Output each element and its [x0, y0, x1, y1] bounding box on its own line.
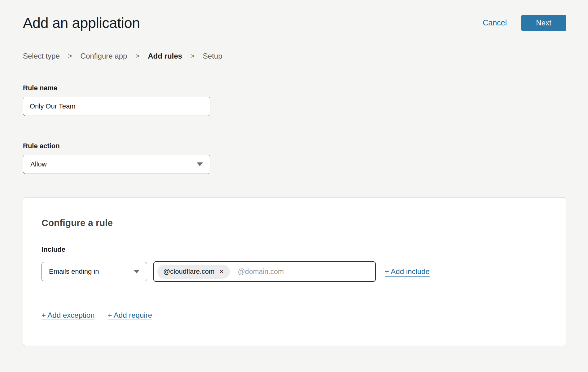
breadcrumb-separator: >: [135, 52, 139, 60]
configure-rule-card: Configure a rule Include Emails ending i…: [23, 197, 566, 346]
breadcrumb-step-select-type[interactable]: Select type: [23, 52, 60, 60]
page-title: Add an application: [23, 14, 140, 31]
header-actions: Cancel Next: [483, 15, 566, 31]
add-exception-link[interactable]: + Add exception: [42, 311, 94, 320]
rule-action-label: Rule action: [23, 142, 566, 150]
include-label: Include: [42, 246, 548, 254]
breadcrumb-separator: >: [191, 52, 195, 60]
card-title: Configure a rule: [42, 218, 548, 228]
add-include-link[interactable]: + Add include: [385, 267, 430, 276]
remove-tag-icon[interactable]: ✕: [219, 269, 224, 274]
next-button[interactable]: Next: [521, 15, 566, 31]
rule-action-selected-value: Allow: [30, 160, 47, 168]
page-header: Add an application Cancel Next: [23, 14, 566, 31]
breadcrumb: Select type > Configure app > Add rules …: [23, 52, 566, 60]
breadcrumb-step-configure-app[interactable]: Configure app: [81, 52, 127, 60]
include-row: Emails ending in @cloudflare.com ✕ + Add…: [42, 261, 548, 282]
chevron-down-icon: [197, 162, 203, 166]
breadcrumb-step-add-rules[interactable]: Add rules: [148, 52, 182, 60]
domain-entry-input[interactable]: [237, 267, 372, 276]
include-selector-value: Emails ending in: [49, 268, 99, 276]
breadcrumb-separator: >: [68, 52, 72, 60]
add-require-link[interactable]: + Add require: [108, 311, 152, 320]
rule-name-label: Rule name: [23, 84, 566, 92]
tag-chip: @cloudflare.com ✕: [157, 265, 230, 279]
rule-name-input[interactable]: [23, 97, 210, 116]
include-selector-select[interactable]: Emails ending in: [42, 262, 147, 281]
cancel-button[interactable]: Cancel: [483, 18, 507, 27]
rule-action-select[interactable]: Allow: [23, 155, 210, 174]
chevron-down-icon: [134, 270, 140, 273]
card-links: + Add exception + Add require: [42, 311, 548, 320]
include-values-input[interactable]: @cloudflare.com ✕: [153, 261, 376, 282]
breadcrumb-step-setup[interactable]: Setup: [203, 52, 222, 60]
tag-chip-label: @cloudflare.com: [163, 268, 214, 276]
